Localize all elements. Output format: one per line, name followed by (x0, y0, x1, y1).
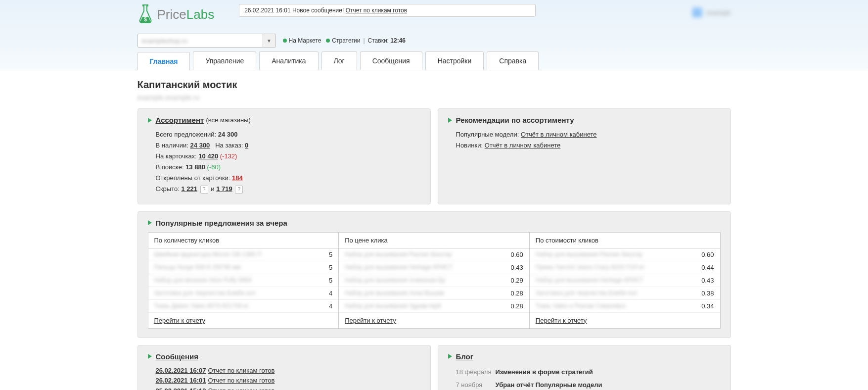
flask-icon: $ (137, 4, 153, 25)
status-strategy: Стратегии (332, 37, 360, 44)
hidden1-link[interactable]: 1 221 (181, 185, 197, 193)
user-menu[interactable]: example (692, 7, 731, 17)
triangle-icon (448, 354, 452, 359)
blog-title-link[interactable]: Блог (456, 352, 474, 361)
tab-management[interactable]: Управление (193, 51, 256, 70)
table-row: Набор для вязания Alize Puffy 58645 (148, 274, 339, 287)
table-row: Швейная фурнитура Micron GB-1385 П5 (148, 248, 339, 261)
col-clicks: По количеству кликов Швейная фурнитура M… (148, 233, 339, 328)
recommendations-panel: Рекомендации по ассортименту Популярные … (438, 108, 731, 204)
cards-delta: (-132) (220, 152, 237, 160)
popular-panel: Популярные предложения за вчера По колич… (137, 211, 731, 338)
shop-select[interactable]: exampleshop.ru ▼ (137, 34, 276, 48)
new-link[interactable]: Отчёт в личном кабинете (485, 142, 561, 149)
message-date[interactable]: 26.02.2021 16:01 (156, 377, 206, 384)
hidden-label: Скрыто: (156, 185, 180, 193)
order-label: На заказ: (215, 142, 243, 149)
tab-main[interactable]: Главная (137, 52, 190, 70)
detached-link[interactable]: 184 (232, 174, 243, 182)
hidden2-link[interactable]: 1 719 (216, 185, 232, 193)
blog-row: 7 ноябряУбран отчёт Популярные модели (456, 379, 721, 390)
triangle-icon (148, 354, 152, 359)
table-row: Набор для вышивания Риолис Бештау0.60 (530, 248, 720, 261)
assortment-suffix: (все магазины) (206, 116, 251, 124)
col-price: По цене клика Набор для вышивания Риолис… (339, 233, 530, 328)
search-delta: (-60) (207, 163, 221, 171)
help-icon[interactable]: ? (235, 186, 243, 194)
cards-link[interactable]: 10 420 (198, 152, 218, 160)
status-bids-label: Ставки: (368, 37, 389, 44)
popular-title: Популярные предложения за вчера (156, 219, 287, 227)
blog-row: 18 февраляИзменения в форме стратегий (456, 366, 721, 379)
col-head: По цене клика (339, 233, 529, 248)
tab-log[interactable]: Лог (321, 51, 357, 70)
message-row: 26.02.2021 16:07Отчет по кликам готов (156, 366, 420, 376)
status-dot-icon (283, 39, 287, 43)
message-link[interactable]: Отчет по кликам готов (208, 367, 274, 374)
table-row: Ткань Джинс Valeo 6070-831700-кг4 (148, 300, 339, 313)
status-dot-icon (326, 39, 330, 43)
message-date[interactable]: 25.02.2021 15:12 (156, 387, 206, 390)
total-label: Всего предложений: (156, 131, 217, 138)
messages-panel: Сообщения 26.02.2021 16:07Отчет по клика… (137, 345, 431, 390)
table-row: Набор для вышивания Здравствуй0.28 (339, 300, 529, 313)
blog-post-link[interactable]: Убран отчёт Популярные модели (496, 379, 602, 390)
pop-link[interactable]: Отчёт в личном кабинете (521, 131, 597, 138)
message-link[interactable]: Отчет по кликам готов (208, 377, 274, 384)
notification-date: 26.02.2021 16:01 (244, 7, 290, 14)
col-cost: По стоимости кликов Набор для вышивания … (530, 233, 720, 328)
logo[interactable]: $ PriceLabs (137, 4, 215, 25)
col-head: По стоимости кликов (530, 233, 720, 248)
blog-post-link[interactable]: Изменения в форме стратегий (496, 366, 593, 379)
new-label: Новинки: (456, 142, 483, 149)
user-name: example (706, 9, 731, 16)
page-title: Капитанский мостик (137, 79, 731, 91)
svg-text:$: $ (144, 17, 147, 22)
blog-panel: Блог 18 февраляИзменения в форме стратег… (438, 345, 731, 390)
assortment-panel: Ассортимент (все магазины) Всего предлож… (137, 108, 431, 204)
and-label: и (211, 185, 214, 193)
tab-analytics[interactable]: Аналитика (259, 51, 318, 70)
blog-date: 7 ноября (456, 379, 496, 390)
search-link[interactable]: 13 880 (185, 163, 205, 171)
notification-bar[interactable]: 26.02.2021 16:01 Новое сообщение! Отчет … (239, 4, 536, 17)
notification-label: Новое сообщение! (292, 7, 344, 14)
assortment-title-link[interactable]: Ассортимент (156, 116, 204, 124)
cards-label: На карточках: (156, 152, 197, 160)
triangle-icon (448, 118, 452, 123)
table-row: Набор для вышивания Анна Вышив0.28 (339, 287, 529, 300)
report-link[interactable]: Перейти к отчету (345, 317, 396, 324)
message-link[interactable]: Отчет по кликам готов (208, 387, 274, 390)
shop-select-value: exampleshop.ru (138, 37, 263, 45)
status-bids-time: 12:46 (390, 37, 406, 44)
table-row: Набор для вышивания Heritage КРИСТ0.43 (339, 261, 529, 274)
table-row: Заготовка для творчества Бэмби кол4 (148, 287, 339, 300)
user-icon (692, 7, 702, 17)
help-icon[interactable]: ? (200, 186, 208, 194)
col-head: По количеству кликов (148, 233, 339, 248)
pop-label: Популярные модели: (456, 131, 519, 138)
table-row: Пяльцы Nurge 500-6 250*90 мм5 (148, 261, 339, 274)
message-date[interactable]: 26.02.2021 16:07 (156, 367, 206, 374)
messages-title-link[interactable]: Сообщения (156, 352, 198, 361)
order-link[interactable]: 0 (245, 142, 248, 149)
status-market: На Маркете (289, 37, 321, 44)
tab-messages[interactable]: Сообщения (360, 51, 422, 70)
search-label: В поиске: (156, 163, 184, 171)
blog-date: 18 февраля (456, 366, 496, 379)
notification-link[interactable]: Отчет по кликам готов (346, 7, 408, 14)
report-link[interactable]: Перейти к отчету (154, 317, 206, 324)
report-link[interactable]: Перейти к отчету (536, 317, 587, 324)
tab-help[interactable]: Справка (487, 51, 539, 70)
tab-settings[interactable]: Настройки (425, 51, 484, 70)
dropdown-arrow-icon: ▼ (263, 34, 275, 47)
triangle-icon (148, 118, 152, 123)
table-row: Набор для вышивания Heritage КРИСТ0.43 (530, 274, 720, 287)
message-row: 26.02.2021 16:01Отчет по кликам готов (156, 376, 420, 386)
instock-link[interactable]: 24 300 (190, 142, 210, 149)
table-row: Заготовка для творчества Бэмби кол0.38 (530, 287, 720, 300)
table-row: Ткань Valeo и Рюкзак Симачевск0.34 (530, 300, 720, 313)
message-row: 25.02.2021 15:12Отчет по кликам готов (156, 386, 420, 390)
shop-subtitle: example.example.ru (137, 94, 731, 101)
recs-title: Рекомендации по ассортименту (456, 116, 574, 124)
